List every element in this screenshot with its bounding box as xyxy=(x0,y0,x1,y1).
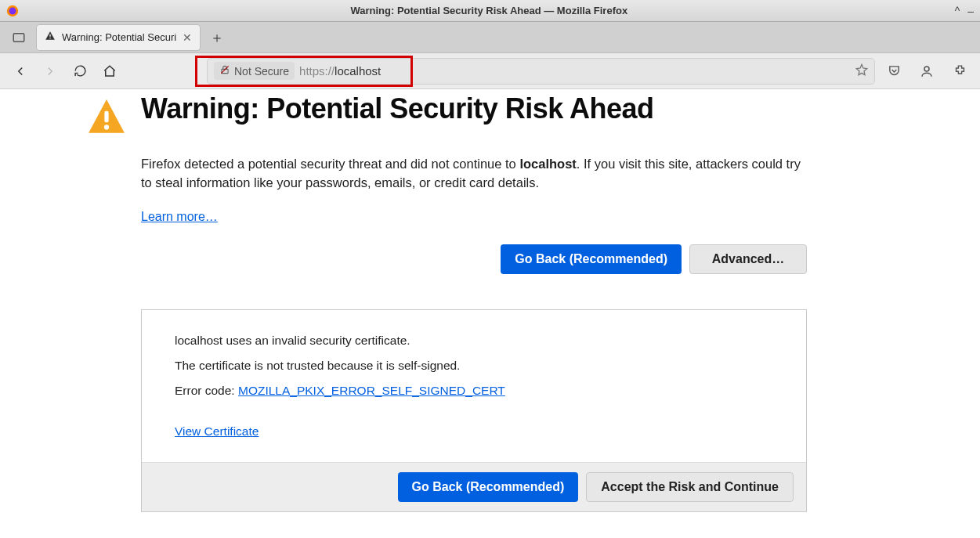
reload-button[interactable] xyxy=(69,60,91,82)
advanced-text-1: localhost uses an invalid security certi… xyxy=(175,334,773,348)
security-chip[interactable]: Not Secure xyxy=(214,62,295,80)
window-title: Warning: Potential Security Risk Ahead —… xyxy=(24,5,955,16)
error-code-line: Error code: MOZILLA_PKIX_ERROR_SELF_SIGN… xyxy=(175,384,773,398)
window-minimize-icon[interactable]: – xyxy=(967,5,974,17)
forward-button[interactable] xyxy=(39,60,61,82)
svg-rect-4 xyxy=(49,38,50,38)
tab-title: Warning: Potential Securi xyxy=(62,31,176,43)
svg-point-7 xyxy=(924,67,929,71)
url-bar[interactable]: Not Secure https://localhost xyxy=(207,58,875,85)
svg-rect-2 xyxy=(13,33,24,42)
accept-risk-button[interactable]: Accept the Risk and Continue xyxy=(586,472,794,502)
tab-overview-button[interactable] xyxy=(6,25,31,50)
warning-triangle-icon xyxy=(45,31,56,44)
not-secure-label: Not Secure xyxy=(234,65,289,78)
firefox-logo-icon xyxy=(6,5,19,17)
back-button[interactable] xyxy=(9,60,31,82)
pocket-icon[interactable] xyxy=(883,60,905,82)
window-up-icon[interactable]: ^ xyxy=(955,5,960,17)
advanced-panel: localhost uses an invalid security certi… xyxy=(141,309,807,512)
svg-rect-8 xyxy=(104,111,108,123)
error-code-link[interactable]: MOZILLA_PKIX_ERROR_SELF_SIGNED_CERT xyxy=(238,384,505,397)
window-titlebar: Warning: Potential Security Risk Ahead —… xyxy=(0,0,980,22)
close-tab-icon[interactable]: ✕ xyxy=(183,31,192,44)
view-certificate-link[interactable]: View Certificate xyxy=(175,424,259,439)
svg-point-9 xyxy=(104,125,109,129)
go-back-button-2[interactable]: Go Back (Recommended) xyxy=(398,472,579,502)
learn-more-link[interactable]: Learn more… xyxy=(141,210,218,224)
go-back-button[interactable]: Go Back (Recommended) xyxy=(501,244,682,274)
nav-toolbar: Not Secure https://localhost xyxy=(0,53,980,89)
bookmark-star-icon[interactable] xyxy=(855,63,868,78)
url-text: https://localhost xyxy=(299,64,381,78)
new-tab-button[interactable]: ＋ xyxy=(205,26,229,49)
svg-rect-3 xyxy=(49,34,50,38)
advanced-button[interactable]: Advanced… xyxy=(689,244,807,274)
warning-description: Firefox detected a potential security th… xyxy=(141,155,807,193)
url-domain: localhost xyxy=(335,64,381,78)
page-heading: Warning: Potential Security Risk Ahead xyxy=(141,92,653,125)
insecure-lock-icon xyxy=(219,64,230,78)
error-code-label: Error code: xyxy=(175,384,238,397)
account-icon[interactable] xyxy=(916,60,938,82)
svg-point-1 xyxy=(9,7,16,14)
warning-icon xyxy=(86,97,127,138)
extensions-icon[interactable] xyxy=(949,60,971,82)
home-button[interactable] xyxy=(99,60,121,82)
advanced-text-2: The certificate is not trusted because i… xyxy=(175,359,773,373)
browser-tab[interactable]: Warning: Potential Securi ✕ xyxy=(36,24,201,51)
url-scheme: https:// xyxy=(299,64,335,78)
tab-strip: Warning: Potential Securi ✕ ＋ xyxy=(0,22,980,53)
